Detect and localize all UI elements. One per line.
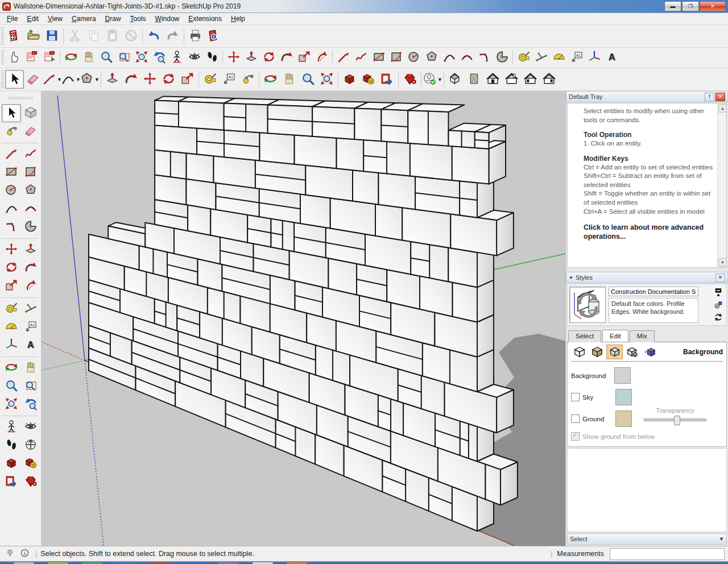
tool-zoom-button[interactable]: [97, 49, 115, 67]
tool-redo-button[interactable]: [163, 27, 182, 45]
toolbar-grip[interactable]: [1, 70, 4, 88]
tool-pie-button[interactable]: [493, 49, 511, 67]
tool-eraser-button[interactable]: [24, 70, 43, 89]
tool-rotate-button[interactable]: [159, 70, 178, 89]
tool-rotated-rectangle-button[interactable]: [387, 49, 405, 67]
tool-zoom-extents-button[interactable]: [2, 395, 21, 413]
tool-tape-measure-button[interactable]: [2, 300, 21, 318]
style-thumbnail[interactable]: [569, 287, 606, 323]
tool-view-iso-button[interactable]: [446, 70, 465, 89]
tool-two-point-arc-button[interactable]: [21, 200, 40, 218]
tool-extension-warehouse-button[interactable]: [359, 70, 378, 89]
tab-mix[interactable]: Mix: [630, 330, 655, 342]
update-style-icon[interactable]: [713, 312, 723, 322]
tool-undo-button[interactable]: [144, 27, 163, 45]
toolbar-grip[interactable]: [8, 97, 33, 99]
style-name-input[interactable]: [609, 287, 698, 296]
tool-arc-button[interactable]: [440, 49, 458, 67]
tool-freehand-button[interactable]: [352, 49, 370, 67]
tool-orbit-button[interactable]: [261, 70, 280, 89]
menu-item-camera[interactable]: Camera: [67, 14, 101, 24]
menu-item-extensions[interactable]: Extensions: [184, 14, 226, 24]
scroll-up-icon[interactable]: ▲: [718, 104, 727, 113]
sky-checkbox[interactable]: [571, 393, 580, 401]
tool-polygon-button[interactable]: [423, 49, 440, 67]
tool-rectangle-button[interactable]: [2, 163, 21, 181]
menu-item-edit[interactable]: Edit: [22, 14, 43, 24]
styles-close-icon[interactable]: ✕: [715, 273, 725, 282]
tool-text-button[interactable]: A1: [220, 70, 238, 89]
tool-pie-button[interactable]: [21, 218, 40, 236]
tool-zoom-extents-button[interactable]: [317, 70, 336, 89]
tool-axes-button[interactable]: [2, 336, 21, 354]
tool-tape-measure-button[interactable]: [201, 70, 220, 89]
select-panel-collapsed[interactable]: Select ▼: [567, 533, 727, 545]
dropdown-arrow-icon[interactable]: ▼: [437, 77, 442, 82]
tool-dimension-button[interactable]: [21, 300, 40, 318]
tool-paint-bucket-button[interactable]: [2, 122, 21, 140]
ground-color-swatch[interactable]: [615, 410, 632, 427]
tool-protractor-button[interactable]: [550, 49, 568, 67]
tool-polygon-button[interactable]: [21, 181, 40, 200]
scroll-down-icon[interactable]: ▼: [718, 258, 727, 267]
tool-pan-button[interactable]: [80, 49, 97, 67]
tool-rotated-rectangle-button[interactable]: [21, 163, 40, 181]
menu-item-draw[interactable]: Draw: [101, 14, 126, 24]
tool-move-button[interactable]: [2, 240, 21, 259]
tool-zoom-previous-button[interactable]: [150, 49, 168, 67]
tool-make-component-button[interactable]: [21, 104, 40, 122]
tool-rotate-button[interactable]: [260, 49, 278, 67]
tool-circle-button[interactable]: [405, 49, 423, 67]
tool-position-camera-button[interactable]: [168, 49, 185, 67]
windows-taskbar[interactable]: [0, 561, 728, 564]
tool-axes-button[interactable]: [585, 49, 603, 67]
tool-open-button[interactable]: [24, 27, 43, 45]
tool-arc-button[interactable]: ▼: [61, 70, 80, 89]
tool-3d-text-button[interactable]: AA: [21, 336, 40, 354]
tool-3d-text-button[interactable]: AA: [603, 49, 621, 67]
close-button[interactable]: ✕: [700, 1, 726, 11]
tool-select-button[interactable]: [5, 70, 24, 89]
tool-rectangle-button[interactable]: [370, 49, 387, 67]
tool-layout-button[interactable]: [378, 70, 396, 89]
tool-rotate-button[interactable]: [2, 259, 21, 277]
tool-paste-button[interactable]: [103, 27, 122, 45]
tool-text-button[interactable]: A1: [568, 49, 585, 67]
measurements-input[interactable]: [610, 548, 725, 560]
tool-tape-measure-button[interactable]: [515, 49, 532, 67]
tool-paint-bucket-button[interactable]: [238, 70, 257, 89]
tool-zoom-extents-button[interactable]: [133, 49, 150, 67]
expand-caret-icon[interactable]: ▼: [719, 536, 724, 542]
tool-push-pull-button[interactable]: [103, 70, 122, 89]
watermark-settings-icon[interactable]: [624, 345, 640, 359]
tool-offset-button[interactable]: [313, 49, 330, 67]
tool-extension-manager-button[interactable]: [400, 70, 419, 89]
tool-zoom-button[interactable]: [2, 377, 21, 395]
dropdown-arrow-icon[interactable]: ▼: [94, 77, 100, 82]
tool-view-left-button[interactable]: [521, 70, 540, 89]
tool-view-right-button[interactable]: [540, 70, 559, 89]
tool-offset-button[interactable]: [21, 277, 40, 295]
tool-model-info-button[interactable]: i: [205, 27, 224, 45]
tool-line-button[interactable]: [334, 49, 352, 67]
minimize-button[interactable]: ▬: [664, 1, 681, 11]
tool-report-button[interactable]: [23, 49, 40, 67]
menu-item-tools[interactable]: Tools: [126, 14, 151, 24]
tool-circle-button[interactable]: [2, 181, 21, 200]
maximize-button[interactable]: ❐: [682, 1, 699, 11]
sky-color-swatch[interactable]: [615, 389, 632, 405]
toolbar-grip[interactable]: [1, 50, 4, 65]
tool-look-around-button[interactable]: [21, 418, 40, 436]
tool-follow-me-button[interactable]: [21, 259, 40, 277]
background-settings-icon[interactable]: [606, 345, 623, 359]
tool-orbit-button[interactable]: [2, 359, 21, 377]
styles-panel-header[interactable]: ▼ Styles ✕: [566, 272, 728, 283]
tool-print-button[interactable]: [186, 27, 205, 45]
tool-select-button[interactable]: [2, 104, 21, 122]
tool-cut-button[interactable]: [65, 27, 84, 45]
tool-dimension-button[interactable]: [532, 49, 550, 67]
transparency-slider-thumb[interactable]: [674, 416, 680, 425]
tool-move-button[interactable]: [225, 49, 242, 67]
tool-scale-button[interactable]: [295, 49, 313, 67]
tool-zoom-button[interactable]: [299, 70, 317, 89]
